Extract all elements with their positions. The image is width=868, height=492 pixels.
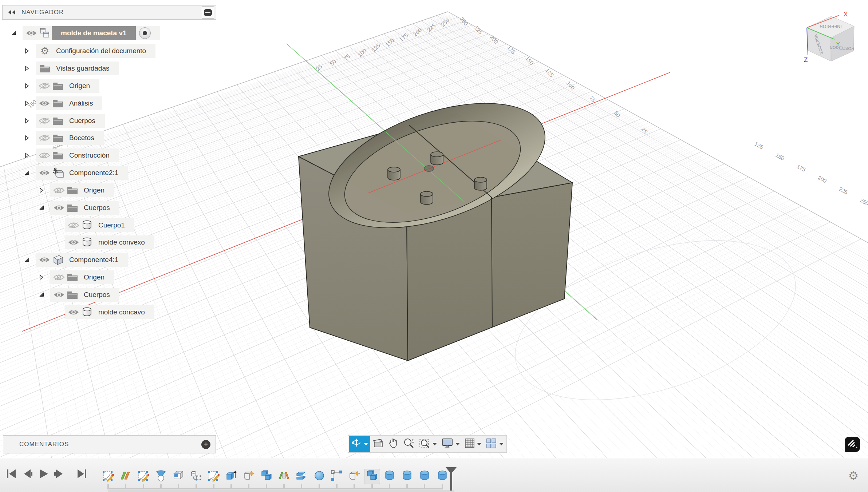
tree-item-label[interactable]: molde de maceta v1 [52, 26, 136, 40]
tree-item-label[interactable]: Cuerpos [79, 204, 110, 212]
tree-row[interactable]: Componente2:1 [24, 166, 128, 180]
tree-item-label[interactable]: Análisis [65, 99, 93, 107]
tree-row[interactable]: Componente4:1 [24, 253, 128, 267]
timeline-feature-new-component[interactable] [241, 469, 257, 484]
expander-open-icon[interactable] [24, 253, 36, 267]
expander-closed-icon[interactable] [24, 44, 36, 58]
tree-item-label[interactable]: Componente4:1 [65, 256, 118, 264]
tree-root-row[interactable]: molde de maceta v1 [11, 26, 160, 40]
timeline-feature-new-component[interactable] [346, 469, 362, 484]
tree-item-label[interactable]: Cuerpos [79, 291, 110, 299]
tree-row[interactable]: Vistas guardadas [24, 62, 119, 75]
play-button[interactable] [39, 469, 50, 480]
skip-end-button[interactable] [76, 469, 87, 480]
visibility-eye-off-icon[interactable] [67, 222, 80, 229]
timeline-playhead[interactable] [445, 467, 457, 491]
tree-item-label[interactable]: molde convexo [94, 238, 145, 246]
timeline-feature-cylinder[interactable] [399, 469, 415, 484]
timeline-settings-gear-icon[interactable]: ⚙ [848, 470, 859, 481]
timeline-feature-plane[interactable] [118, 469, 134, 484]
timeline-feature-rectangular-pattern[interactable] [329, 469, 345, 484]
tree-row[interactable]: Cuerpos [39, 288, 119, 302]
visibility-eye-icon[interactable] [67, 239, 80, 246]
timeline-feature-revolve[interactable] [153, 469, 169, 484]
visibility-eye-icon[interactable] [25, 29, 38, 37]
tree-item-label[interactable]: Origen [79, 273, 104, 281]
step-back-button[interactable] [23, 469, 33, 480]
timeline-scrollbar[interactable] [108, 490, 454, 492]
skip-start-button[interactable] [6, 469, 17, 480]
visibility-eye-off-icon[interactable] [38, 117, 51, 124]
expander-open-icon[interactable] [39, 201, 50, 215]
tree-item-label[interactable]: Origen [65, 82, 90, 90]
expander-closed-icon[interactable] [24, 79, 36, 93]
look-at-tool-button[interactable] [370, 436, 386, 452]
visibility-eye-icon[interactable] [38, 169, 51, 176]
navigator-remove-button[interactable] [202, 6, 214, 19]
viewcube[interactable]: INFERIOR IZQUIERDA POSTERIOR X Y Z [794, 4, 867, 69]
tree-item-label[interactable]: Bocetos [65, 134, 94, 142]
timeline-feature-sphere[interactable] [311, 469, 327, 484]
collapse-panel-icon[interactable] [8, 9, 16, 15]
zoom-tool-button[interactable] [401, 436, 417, 452]
viewports-tool-button[interactable] [484, 436, 506, 452]
grid-settings-tool-button[interactable] [462, 436, 484, 452]
activate-component-radio[interactable] [139, 27, 151, 39]
visibility-eye-off-icon[interactable] [52, 187, 66, 194]
expander-closed-icon[interactable] [24, 131, 36, 145]
tree-item-label[interactable]: Cuerpo1 [94, 221, 125, 229]
tree-row[interactable]: Origen [39, 183, 114, 197]
timeline-feature-combine[interactable] [364, 469, 380, 484]
visibility-eye-icon[interactable] [38, 256, 51, 263]
visibility-eye-off-icon[interactable] [38, 152, 51, 159]
expander-open-icon[interactable] [11, 26, 23, 40]
tree-row[interactable]: Cuerpos [24, 114, 105, 128]
visibility-eye-off-icon[interactable] [38, 82, 51, 90]
visibility-eye-icon[interactable] [67, 309, 80, 316]
tree-item-label[interactable]: Construcción [65, 151, 110, 159]
visibility-eye-icon[interactable] [52, 291, 66, 298]
step-forward-button[interactable] [53, 469, 64, 480]
tree-row[interactable]: Cuerpo1 [65, 218, 134, 232]
timeline-feature-combine[interactable] [259, 469, 275, 484]
expander-open-icon[interactable] [39, 288, 50, 302]
expander-closed-icon[interactable] [39, 183, 50, 197]
tree-item-label[interactable]: Configuración del documento [52, 47, 146, 55]
expander-closed-icon[interactable] [39, 270, 50, 284]
timeline-feature-sketch[interactable] [206, 469, 222, 484]
assistant-icon[interactable] [844, 436, 861, 453]
pan-tool-button[interactable] [386, 436, 401, 452]
visibility-eye-off-icon[interactable] [38, 134, 51, 142]
tree-row[interactable]: Construcción [24, 148, 119, 162]
tree-row[interactable]: Origen [39, 270, 114, 284]
timeline-feature-mirror[interactable] [276, 469, 292, 484]
tree-row[interactable]: Análisis [24, 96, 102, 110]
expander-closed-icon[interactable] [24, 96, 36, 110]
expander-closed-icon[interactable] [24, 114, 36, 128]
tree-item-label[interactable]: molde concavo [94, 308, 145, 316]
timeline-feature-split-body[interactable] [293, 469, 309, 484]
tree-row[interactable]: Cuerpos [39, 201, 119, 215]
orbit-tool-button[interactable] [349, 436, 370, 452]
tree-row[interactable]: molde concavo [65, 305, 154, 319]
tree-item-label[interactable]: Vistas guardadas [52, 64, 109, 72]
tree-row[interactable]: molde convexo [65, 235, 154, 249]
display-settings-tool-button[interactable] [439, 436, 462, 452]
timeline-feature-sketch[interactable] [135, 469, 151, 484]
add-comment-icon[interactable]: + [201, 440, 210, 449]
timeline-feature-cylinder[interactable] [417, 469, 433, 484]
tree-row[interactable]: ⚙Configuración del documento [24, 44, 155, 58]
tree-item-label[interactable]: Componente2:1 [65, 169, 118, 177]
tree-row[interactable]: Bocetos [24, 131, 104, 145]
timeline-feature-move-copy[interactable] [188, 469, 204, 484]
expander-open-icon[interactable] [24, 166, 36, 180]
timeline-feature-extrude[interactable] [223, 469, 239, 484]
expander-closed-icon[interactable] [24, 62, 36, 75]
timeline-feature-cylinder[interactable] [382, 469, 398, 484]
zoom-window-tool-button[interactable] [417, 436, 439, 452]
visibility-eye-icon[interactable] [38, 100, 51, 107]
timeline-feature-box[interactable] [170, 469, 186, 484]
tree-item-label[interactable]: Origen [79, 186, 104, 194]
tree-row[interactable]: Origen [24, 79, 99, 93]
visibility-eye-icon[interactable] [52, 204, 66, 211]
